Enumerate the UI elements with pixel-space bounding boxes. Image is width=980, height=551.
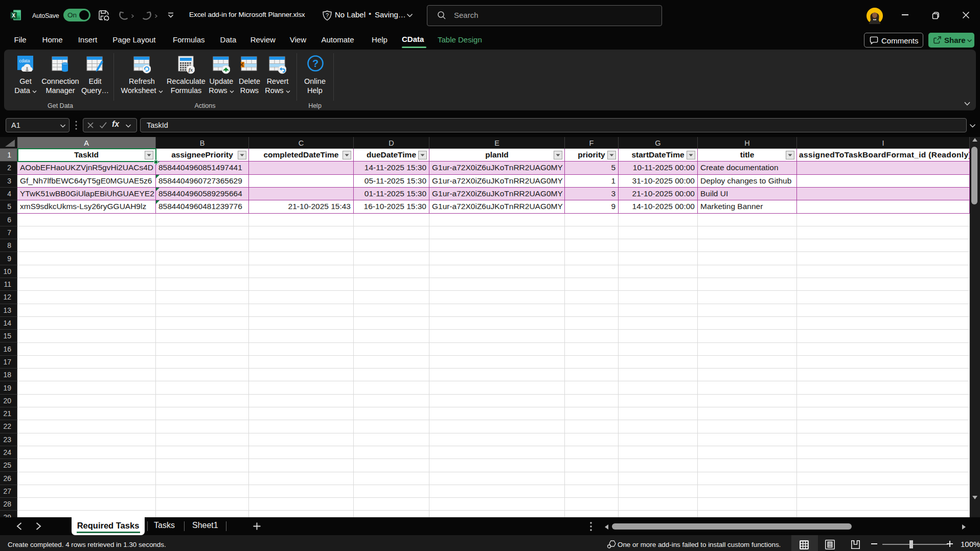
svg-text:cdata: cdata xyxy=(19,58,30,63)
svg-text:?: ? xyxy=(312,58,318,69)
svg-text:fx: fx xyxy=(189,67,193,73)
svg-text:?: ? xyxy=(326,12,329,18)
svg-text:X: X xyxy=(12,13,15,18)
